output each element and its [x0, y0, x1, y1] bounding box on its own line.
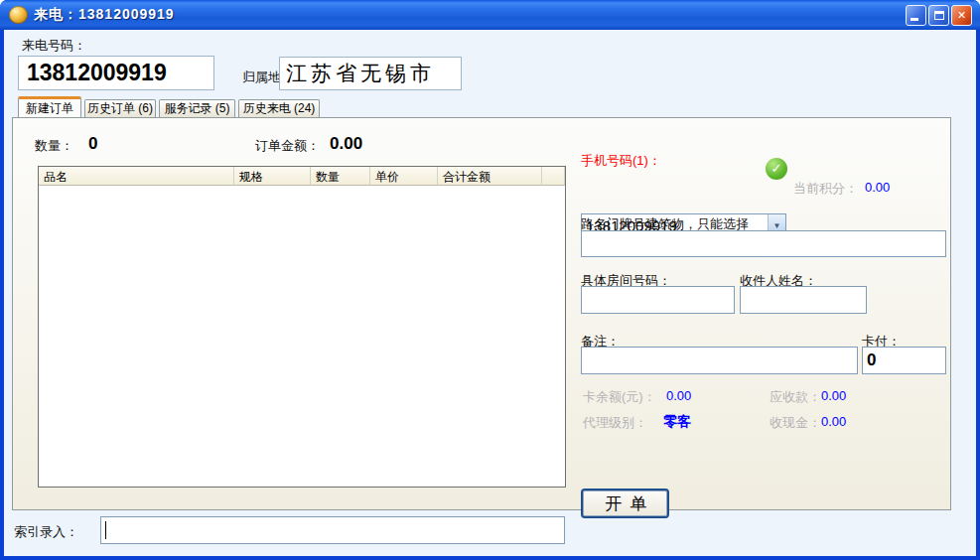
card-balance-label: 卡余额(元)： [583, 388, 656, 406]
maximize-icon [934, 11, 944, 20]
tab-history-calls[interactable]: 历史来电 (24) [238, 99, 320, 117]
app-icon [9, 6, 28, 24]
agent-level-label: 代理级别： [583, 414, 647, 432]
amount-label: 订单金额： [255, 137, 320, 155]
quantity-value: 0 [88, 134, 97, 154]
text-caret [105, 521, 106, 539]
title-bar[interactable]: 来电：13812009919 ✕ [0, 0, 980, 30]
check-icon: ✓ [766, 158, 787, 180]
caller-number-box: 13812009919 [18, 56, 214, 90]
close-button[interactable]: ✕ [951, 5, 972, 26]
index-entry-input[interactable] [100, 516, 565, 544]
create-order-button[interactable]: 开单 [581, 489, 669, 518]
caller-number-label: 来电号码： [22, 37, 86, 55]
address-input[interactable] [581, 230, 946, 257]
column-header-price[interactable]: 单价 [370, 167, 438, 186]
amount-value: 0.00 [330, 134, 362, 154]
column-header-product[interactable]: 品名 [39, 167, 234, 186]
index-entry-label: 索引录入： [14, 523, 78, 541]
location-box: 江苏省无锡市 [279, 57, 462, 90]
agent-level-value: 零客 [663, 413, 691, 431]
card-pay-input[interactable] [862, 347, 946, 374]
maximize-button[interactable] [928, 5, 949, 26]
minimize-icon [910, 18, 918, 21]
points-label: 当前积分： [793, 180, 858, 198]
table-header-row: 品名 规格 数量 单价 合计金额 [39, 167, 565, 186]
room-input[interactable] [581, 286, 735, 314]
column-header-qty[interactable]: 数量 [311, 167, 370, 186]
close-icon: ✕ [957, 9, 966, 21]
card-balance-value: 0.00 [666, 388, 691, 403]
minimize-button[interactable] [906, 5, 926, 26]
quantity-label: 数量： [35, 137, 73, 155]
recipient-input[interactable] [740, 286, 867, 314]
receivable-label: 应收款： [770, 388, 821, 406]
app-window: 来电：13812009919 ✕ 来电号码： 13812009919 归属地： … [0, 0, 980, 560]
column-header-filler [542, 167, 565, 186]
window-title: 来电：13812009919 [34, 6, 175, 24]
client-area: 来电号码： 13812009919 归属地： 江苏省无锡市 新建订单 历史订单 … [0, 30, 980, 560]
tab-history-orders[interactable]: 历史订单 (6) [84, 99, 156, 117]
order-items-table[interactable]: 品名 规格 数量 单价 合计金额 [38, 166, 566, 488]
points-value: 0.00 [865, 180, 890, 195]
remark-input[interactable] [581, 347, 858, 374]
tab-service-records[interactable]: 服务记录 (5) [159, 99, 235, 117]
column-header-spec[interactable]: 规格 [234, 167, 311, 186]
column-header-total[interactable]: 合计金额 [438, 167, 542, 186]
receivable-value: 0.00 [821, 388, 846, 403]
tab-new-order[interactable]: 新建订单 [18, 96, 81, 117]
cash-label: 收现金： [770, 414, 821, 432]
cash-value: 0.00 [821, 414, 846, 429]
phone-label: 手机号码(1)： [581, 152, 661, 170]
new-order-panel: 数量： 0 订单金额： 0.00 品名 规格 数量 单价 合计金额 手机号码(1… [12, 117, 951, 510]
